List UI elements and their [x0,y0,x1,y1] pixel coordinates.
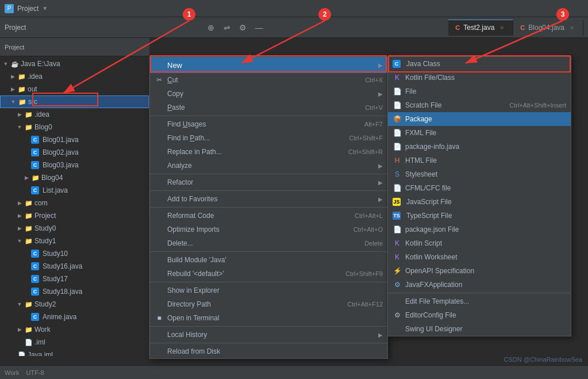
tree-item-study17[interactable]: C Study17 [0,273,149,285]
tree-item-study16[interactable]: C Study16.java [0,260,149,273]
ctx-item-javafx[interactable]: ⚙ JavaFXApplication [388,278,571,292]
ctx-item-html[interactable]: H HTML File [388,154,571,167]
ctx-label: package.json File [405,225,459,233]
ctx-item-delete[interactable]: Delete... Delete [150,236,387,250]
sync-icon[interactable]: ⇌ [221,21,233,34]
scratch-icon: 📄 [393,101,402,109]
tree-item-project[interactable]: ▶ 📁 Project [0,209,149,222]
ctx-item-cut[interactable]: ✂ Cut Ctrl+X [150,73,387,87]
tree-arrow [23,187,30,194]
tab-test2java[interactable]: C Test2.java × [448,20,513,36]
ctx-item-kotlin[interactable]: K Kotlin File/Class [388,71,571,85]
tree-item-study0[interactable]: ▶ 📁 Study0 [0,222,149,235]
ctx-item-package[interactable]: 📦 Package [388,112,571,126]
ctx-item-reformat[interactable]: Reformat Code Ctrl+Alt+L [150,209,387,223]
tree-item-study2[interactable]: ▼ 📁 Study2 [0,298,149,311]
submenu-arrow: ▶ [378,196,383,202]
folder-icon: 📁 [24,224,33,233]
file-icon: 📄 [393,87,402,95]
ctx-shortcut: Ctrl+Alt+F12 [347,301,383,308]
ctx-shortcut: Delete [364,240,383,247]
tree-arrow: ▼ [2,60,9,67]
ctx-item-css[interactable]: S Stylesheet [388,167,571,181]
sidebar-content[interactable]: ▼ ☕ Java E:\Java ▶ 📁 .idea ▶ 📁 out ▼ 📁 [0,56,149,356]
ctx-item-copy[interactable]: Copy ▶ [150,87,387,101]
tree-item-work[interactable]: ▶ 📁 Work [0,323,149,336]
ctx-item-favorites[interactable]: Add to Favorites ▶ [150,192,387,206]
java-icon: C [455,24,460,31]
ctx-item-kotlin-worksheet[interactable]: K Kotlin Worksheet [388,250,571,264]
tab-blog04java[interactable]: C Blog04.java × [513,20,583,36]
ctx-label: Cut [167,76,178,84]
dropdown-icon[interactable]: ▼ [42,5,48,12]
ctx-item-refactor[interactable]: Refactor ▶ [150,175,387,189]
ctx-item-analyze[interactable]: Analyze ▶ [150,159,387,173]
java-class-icon: C [31,313,39,321]
ctx-label: Java Class [406,60,440,68]
tree-item-idea1[interactable]: ▶ 📁 .idea [0,70,149,83]
ctx-item-ts[interactable]: TS TypeScript File [388,209,571,223]
folder-icon: 📁 [31,173,40,182]
ctx-item-rebuild[interactable]: Rebuild '<default>' Ctrl+Shift+F9 [150,267,387,281]
tab-close-icon[interactable]: × [568,24,576,32]
tree-item-src[interactable]: ▼ 📁 src [0,95,149,108]
tree-item-anime[interactable]: C Anime.java [0,311,149,323]
ctx-item-fxml[interactable]: 📄 FXML File [388,126,571,140]
tree-item-list[interactable]: C List.java [0,184,149,197]
tree-label: List.java [43,186,68,194]
ctx-item-scratch[interactable]: 📄 Scratch File Ctrl+Alt+Shift+Insert [388,98,571,112]
title-bar: P Project ▼ [0,0,588,17]
ctx-item-find-path[interactable]: Find in Path... Ctrl+Shift+F [150,131,387,145]
java-icon: C [520,24,525,31]
tree-item-blog03[interactable]: C Blog03.java [0,159,149,171]
ctx-item-replace-path[interactable]: Replace in Path... Ctrl+Shift+R [150,145,387,159]
tree-item-out[interactable]: ▶ 📁 out [0,83,149,95]
module-icon: ☕ [10,59,20,68]
tree-arrow [23,149,30,156]
project-title: Project [17,5,39,13]
ctx-item-show-explorer[interactable]: Show in Explorer [150,284,387,297]
ctx-item-reload[interactable]: Reload from Disk [150,344,387,358]
tree-item-java-iml[interactable]: 📄 Java.iml [0,349,149,356]
ctx-item-js[interactable]: JS JavaScript File [388,195,571,209]
globe-icon[interactable]: ⊕ [205,21,217,34]
tree-item-blog04[interactable]: ▶ 📁 Blog04 [0,171,149,184]
ctx-item-java-class[interactable]: C Java Class [388,57,571,71]
ctx-item-find-usages[interactable]: Find Usages Alt+F7 [150,117,387,131]
settings-icon[interactable]: ⚙ [237,21,249,34]
tree-item-blog02[interactable]: C Blog02.java [0,146,149,159]
folder-icon: 📁 [24,300,33,309]
ctx-item-new[interactable]: New ▶ [150,57,387,73]
ctx-item-terminal[interactable]: ■ Open in Terminal [150,311,387,325]
tree-item-java[interactable]: ▼ ☕ Java E:\Java [0,58,149,70]
ctx-item-openapi[interactable]: ⚡ OpenAPI Specification [388,264,571,278]
tree-item-study10[interactable]: C Study10 [0,247,149,260]
tree-item-com[interactable]: ▶ 📁 com [0,197,149,209]
java-class-icon: C [31,148,39,156]
tree-item-blog0[interactable]: ▼ 📁 Blog0 [0,121,149,133]
ctx-item-optimize[interactable]: Optimize Imports Ctrl+Alt+O [150,223,387,236]
tree-arrow: ▶ [16,225,23,232]
ctx-item-swing[interactable]: Swing UI Designer [388,322,571,336]
tree-item-iml[interactable]: 📄 .iml [0,336,149,349]
tab-label: Test2.java [463,24,494,32]
tree-item-study18[interactable]: C Study18.java [0,285,149,298]
java-class-icon: C [31,275,39,283]
ctx-item-pkg-json[interactable]: 📄 package.json File [388,223,571,236]
tree-item-idea2[interactable]: ▶ 📁 .idea [0,108,149,121]
ctx-item-build[interactable]: Build Module 'Java' [150,253,387,267]
ctx-item-edit-templates[interactable]: Edit File Templates... [388,294,571,308]
ctx-item-kotlin-script[interactable]: K Kotlin Script [388,236,571,250]
minimize-icon[interactable]: — [253,21,266,34]
toolbar-title: Project [5,24,26,32]
ctx-item-cfml[interactable]: 📄 CFML/CFC file [388,181,571,195]
ctx-item-dir-path[interactable]: Directory Path Ctrl+Alt+F12 [150,297,387,311]
tab-close-icon[interactable]: × [498,24,506,32]
ctx-item-editorconfig[interactable]: ⚙ EditorConfig File [388,308,571,322]
ctx-item-paste[interactable]: Paste Ctrl+V [150,101,387,114]
ctx-item-file[interactable]: 📄 File [388,85,571,98]
ctx-item-history[interactable]: Local History ▶ [150,328,387,342]
tree-item-blog01[interactable]: C Blog01.java [0,133,149,146]
tree-item-study1[interactable]: ▼ 📁 Study1 [0,235,149,247]
ctx-item-pkg-info[interactable]: 📄 package-info.java [388,140,571,154]
